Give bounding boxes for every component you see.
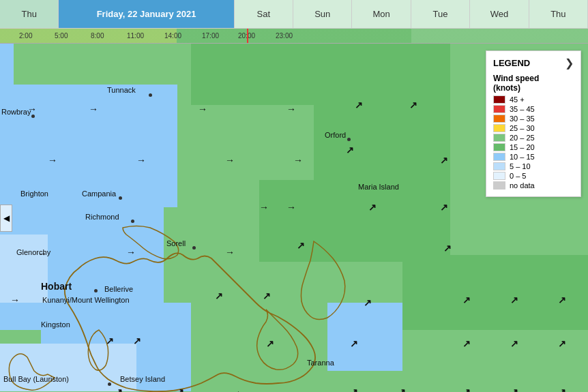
legend-swatch-20-25 [493, 134, 505, 142]
dot-campania [119, 196, 122, 200]
legend-item-30-35: 30 – 35 [493, 115, 574, 123]
legend-header: LEGEND ❯ [493, 57, 574, 70]
wind-patch-10-15-2 [0, 85, 177, 207]
tick-5: 5:00 [55, 32, 68, 40]
wind-patch-20-25-4 [191, 262, 327, 392]
wind-patch-5-10-1 [0, 235, 48, 303]
legend-item-45plus: 45 + [493, 95, 574, 104]
legend-item-nodata: no data [493, 181, 574, 190]
nav-mon[interactable]: Mon [352, 0, 411, 28]
wind-patch-20-25-1 [314, 44, 450, 180]
legend-wind-speed-label: Wind speed (knots) [493, 74, 574, 93]
legend-swatch-10-15 [493, 153, 505, 161]
prev-arrow-icon: ◀ [3, 213, 10, 223]
legend-panel: LEGEND ❯ Wind speed (knots) 45 + 35 – 45… [486, 50, 581, 197]
legend-swatch-45plus [493, 95, 505, 104]
legend-item-20-25: 20 – 25 [493, 134, 574, 142]
dot-richmond [131, 220, 134, 223]
legend-swatch-25-30 [493, 124, 505, 132]
legend-swatch-15-20 [493, 143, 505, 151]
dot-hobart [94, 289, 98, 292]
wind-patch-20-25-2 [191, 44, 314, 105]
legend-item-15-20: 15 – 20 [493, 143, 574, 151]
legend-swatch-nodata [493, 181, 505, 190]
dot-sorell [192, 246, 196, 250]
nav-tue[interactable]: Tue [411, 0, 470, 28]
legend-item-25-30: 25 – 30 [493, 124, 574, 132]
legend-swatch-35-45 [493, 105, 505, 113]
tick-2: 2:00 [19, 32, 32, 40]
legend-swatch-5-10 [493, 162, 505, 170]
day-navigation[interactable]: Thu Friday, 22 January 2021 Sat Sun Mon … [0, 0, 588, 29]
legend-expand-button[interactable]: ❯ [565, 57, 574, 70]
legend-swatch-30-35 [493, 115, 505, 123]
dot-tunnack [149, 93, 152, 97]
nav-wed[interactable]: Wed [470, 0, 529, 28]
nav-sun[interactable]: Sun [293, 0, 352, 28]
nav-thu-prev[interactable]: Thu [0, 0, 59, 28]
wind-patch-20-25-6 [402, 330, 588, 392]
dot-orford [347, 138, 351, 141]
tick-14: 14:00 [164, 32, 181, 40]
dot-rowbray [31, 115, 35, 118]
legend-title: LEGEND [493, 58, 530, 68]
legend-item-35-45: 35 – 45 [493, 105, 574, 113]
tick-23: 23:00 [276, 32, 293, 40]
timeline-indicator [247, 29, 248, 43]
tick-11: 11:00 [127, 32, 144, 40]
wind-patch-5-10-2 [0, 344, 136, 391]
nav-sat[interactable]: Sat [235, 0, 293, 28]
nav-friday[interactable]: Friday, 22 January 2021 [59, 0, 234, 28]
wind-patch-20-25-3 [259, 180, 450, 262]
map-prev-button[interactable]: ◀ [0, 205, 12, 232]
tick-8: 8:00 [91, 32, 104, 40]
timeline-bar[interactable]: 2:00 5:00 8:00 11:00 14:00 17:00 20:00 2… [0, 29, 588, 44]
legend-item-10-15: 10 – 15 [493, 153, 574, 161]
legend-item-5-10: 5 – 10 [493, 162, 574, 170]
wind-patch-10-15-5 [321, 303, 409, 371]
legend-item-0-5: 0 – 5 [493, 172, 574, 180]
legend-swatch-0-5 [493, 172, 505, 180]
nav-thu-next[interactable]: Thu [529, 0, 588, 28]
timeline-background [0, 29, 588, 43]
dot-bull-bay [108, 382, 111, 386]
map-container: → → → → ↗ ↗ → → → → ↗ ↗ → → ↗ ↗ → → → ↗ … [0, 44, 588, 392]
tick-17: 17:00 [202, 32, 219, 40]
